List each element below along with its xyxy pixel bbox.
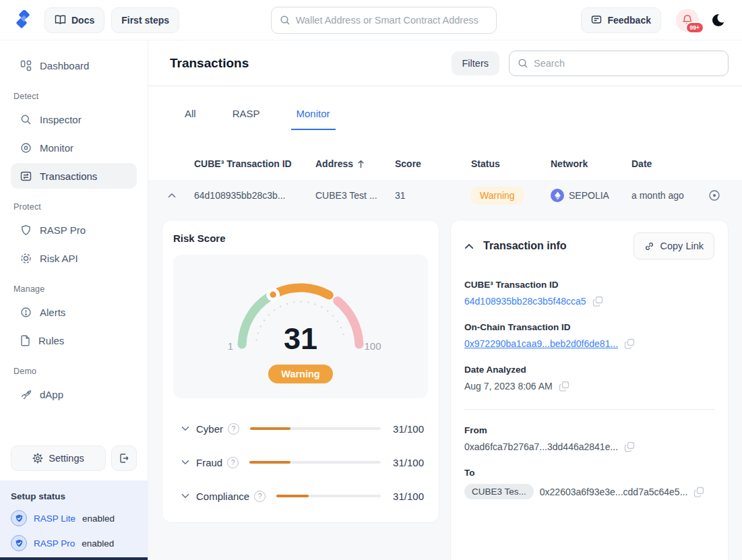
sidebar-item-rules[interactable]: Rules — [11, 328, 137, 353]
sidebar-item-label: Transactions — [40, 170, 97, 182]
factor-label: Fraud — [196, 457, 222, 468]
chevron-down-icon — [181, 493, 189, 499]
tab-bar: All RASP Monitor — [148, 86, 742, 130]
gauge-max-label: 100 — [364, 340, 381, 352]
transaction-info-title: Transaction info — [483, 240, 567, 252]
tab-monitor[interactable]: Monitor — [291, 102, 336, 130]
setup-status-panel: Setup status RASP Lite enabled RASP Pro … — [0, 480, 148, 560]
setup-progress-bar — [0, 557, 148, 560]
notifications-button[interactable]: 99+ — [676, 9, 699, 32]
setup-status-rasp-pro: RASP Pro enabled — [11, 535, 137, 551]
table-row[interactable]: 64d108935bb28c3b... CUBE3 Test ... 31 Wa… — [148, 180, 742, 211]
tab-all[interactable]: All — [179, 102, 202, 130]
rocket-icon — [20, 389, 32, 400]
factor-value: 31/100 — [389, 491, 424, 502]
copy-link-button[interactable]: Copy Link — [633, 232, 714, 259]
risk-factor-compliance[interactable]: Compliance ? 31/100 — [173, 479, 428, 513]
copy-link-label: Copy Link — [660, 241, 704, 251]
gauge-arc-pink — [338, 301, 359, 344]
notification-badge: 99+ — [685, 22, 704, 34]
cube3-logo-icon — [15, 10, 32, 30]
settings-button[interactable]: Settings — [11, 445, 106, 471]
sidebar-item-label: Dashboard — [40, 60, 89, 71]
rasp-lite-link[interactable]: RASP Lite — [34, 514, 75, 524]
setup-status-rasp-lite: RASP Lite enabled — [11, 510, 137, 526]
feedback-button[interactable]: Feedback — [581, 7, 661, 33]
table-search-input[interactable] — [534, 58, 720, 69]
factor-value: 31/100 — [389, 457, 424, 468]
copy-icon[interactable] — [624, 441, 635, 452]
transactions-icon — [20, 170, 32, 182]
copy-icon[interactable] — [693, 487, 704, 497]
feedback-chat-icon — [591, 15, 602, 26]
onchain-id-label: On-Chain Transaction ID — [464, 322, 714, 332]
global-search-input[interactable] — [296, 15, 488, 26]
risk-factor-cyber[interactable]: Cyber ? 31/100 — [173, 412, 428, 445]
factor-bar — [249, 461, 381, 464]
sidebar-item-label: Inspector — [40, 114, 82, 125]
page-title: Transactions — [170, 56, 249, 71]
risk-score-title: Risk Score — [173, 232, 428, 244]
sidebar-item-monitor[interactable]: Monitor — [11, 135, 137, 160]
feedback-label: Feedback — [607, 15, 651, 26]
sidebar-item-transactions[interactable]: Transactions — [11, 163, 137, 189]
filters-button[interactable]: Filters — [452, 51, 499, 75]
collapse-row-chevron[interactable] — [168, 193, 194, 198]
gear-icon — [32, 453, 43, 464]
copy-icon[interactable] — [559, 381, 569, 392]
chevron-up-icon[interactable] — [464, 243, 474, 249]
sidebar-item-label: RASP Pro — [40, 224, 86, 236]
tab-rasp[interactable]: RASP — [227, 102, 266, 130]
sidebar-item-dapp[interactable]: dApp — [11, 381, 137, 407]
date-analyzed-label: Date Analyzed — [464, 365, 714, 375]
factor-bar — [250, 427, 381, 430]
cell-date: a month ago — [631, 190, 707, 201]
rasp-pro-link[interactable]: RASP Pro — [34, 538, 75, 549]
help-icon[interactable]: ? — [254, 491, 266, 502]
dashboard-icon — [20, 60, 32, 71]
dark-mode-toggle-moon-icon[interactable] — [711, 12, 727, 28]
copy-icon[interactable] — [592, 296, 603, 307]
sidebar-item-risk-api[interactable]: Risk API — [11, 245, 137, 271]
gauge-min-label: 1 — [228, 340, 233, 352]
first-steps-button[interactable]: First steps — [111, 7, 179, 33]
col-address[interactable]: Address — [315, 158, 395, 169]
cell-transaction-id: 64d108935bb28c3b... — [194, 190, 315, 201]
cube3-id-value[interactable]: 64d108935bb28c3b5f48cca5 — [464, 296, 586, 307]
rasp-lite-status: enabled — [82, 514, 115, 524]
logout-button[interactable] — [111, 445, 137, 471]
link-icon — [644, 241, 654, 251]
global-search — [271, 7, 497, 34]
search-icon — [280, 15, 290, 26]
help-icon[interactable]: ? — [228, 423, 239, 435]
docs-button[interactable]: Docs — [44, 7, 104, 33]
divider — [464, 409, 714, 410]
col-network: Network — [551, 158, 631, 169]
sidebar-item-dashboard[interactable]: Dashboard — [11, 53, 137, 78]
risk-factor-fraud[interactable]: Fraud ? 31/100 — [173, 445, 428, 479]
copy-icon[interactable] — [624, 338, 635, 349]
view-transaction-button[interactable] — [708, 189, 742, 201]
page-header: Transactions Filters — [148, 40, 742, 86]
search-icon — [518, 58, 528, 69]
chevron-down-icon — [181, 426, 189, 431]
sidebar-item-inspector[interactable]: Inspector — [11, 106, 137, 132]
help-icon[interactable]: ? — [227, 457, 239, 468]
sidebar-item-alerts[interactable]: Alerts — [11, 299, 137, 325]
cell-network: SEPOLIA — [551, 189, 631, 202]
shield-check-icon — [11, 510, 27, 526]
sidebar-section-demo: Demo — [13, 367, 137, 376]
sidebar-item-rasp-pro[interactable]: RASP Pro — [11, 217, 137, 243]
app-window: Docs First steps Feedback 99+ — [0, 0, 742, 560]
factor-label: Cyber — [196, 423, 223, 435]
from-label: From — [464, 425, 714, 435]
sort-up-icon — [357, 160, 365, 168]
risk-factor-list: Cyber ? 31/100 Fraud ? 31/100 — [173, 412, 428, 518]
inspector-search-icon — [20, 114, 32, 125]
onchain-id-value[interactable]: 0x972290ba1caa9...beb2d0f6de81... — [464, 338, 618, 349]
sidebar-section-protect: Protect — [13, 202, 137, 212]
col-date: Date — [631, 158, 707, 169]
gauge-status-badge: Warning — [268, 365, 332, 383]
view-eye-icon — [708, 189, 720, 201]
sidebar-item-label: dApp — [40, 389, 63, 400]
